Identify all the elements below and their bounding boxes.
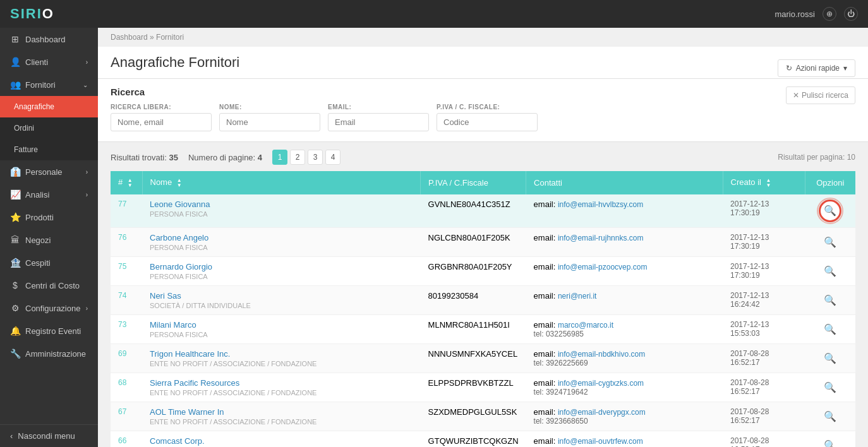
th-contatti[interactable]: Contatti xyxy=(526,171,723,194)
sidebar-item-dashboard[interactable]: ⊞ Dashboard xyxy=(0,28,98,51)
email-link[interactable]: info@email-cygtxzks.com xyxy=(558,379,644,388)
contact-email: email: info@email-ouvtrfew.com xyxy=(534,436,715,446)
search-detail-button[interactable]: 🔍 xyxy=(821,234,839,251)
row-name-link[interactable]: Milani Marco xyxy=(150,320,196,330)
td-opzioni: 🔍 xyxy=(805,314,855,343)
chevron-right-icon: › xyxy=(86,305,88,312)
ricerca-libera-input[interactable] xyxy=(111,113,212,131)
td-opzioni: 🔍 xyxy=(805,402,855,431)
email-link[interactable]: info@email-nbdkhivo.com xyxy=(558,350,645,359)
sidebar-item-cespiti[interactable]: 🏦 Cespiti xyxy=(0,251,98,274)
sidebar-item-clienti[interactable]: 👤 Clienti › xyxy=(0,51,98,73)
row-name-link[interactable]: Comcast Corp. xyxy=(150,436,205,446)
nome-input[interactable] xyxy=(219,113,320,131)
search-detail-button[interactable]: 🔍 xyxy=(821,321,839,338)
row-name-link[interactable]: AOL Time Warner In xyxy=(150,407,224,417)
table-row: 67AOL Time Warner InENTE NO PROFIT / ASS… xyxy=(111,402,855,431)
page-btn-1[interactable]: 1 xyxy=(272,150,287,165)
td-opzioni: 🔍 xyxy=(805,194,855,228)
th-creato[interactable]: Creato il ▲▼ xyxy=(723,171,805,194)
row-name-link[interactable]: Neri Sas xyxy=(150,291,181,301)
search-detail-button[interactable]: 🔍 xyxy=(821,263,839,280)
row-num-link[interactable]: 75 xyxy=(118,262,126,271)
row-num-link[interactable]: 77 xyxy=(118,200,126,208)
td-nome: Comcast Corp.ENTE NO PROFIT / ASSOCIAZIO… xyxy=(142,431,421,447)
row-num-link[interactable]: 67 xyxy=(118,407,126,416)
sidebar-item-analisi[interactable]: 📈 Analisi › xyxy=(0,183,98,206)
search-detail-button[interactable]: 🔍 xyxy=(821,379,839,396)
email-link[interactable]: info@email-dverypgx.com xyxy=(558,408,646,417)
page-btn-3[interactable]: 3 xyxy=(308,150,323,165)
email-link[interactable]: marco@marco.it xyxy=(558,321,613,330)
td-num: 73 xyxy=(111,314,142,343)
clienti-icon: 👤 xyxy=(10,57,20,67)
search-detail-button[interactable]: 🔍 xyxy=(821,350,839,367)
row-num-link[interactable]: 69 xyxy=(118,349,126,358)
contact-email: email: info@email-rujhnnks.com xyxy=(534,233,715,242)
sidebar-item-amministrazione[interactable]: 🔧 Amministrazione xyxy=(0,342,98,365)
search-detail-button[interactable]: 🔍 xyxy=(819,200,841,222)
td-contatti: email: info@email-ouvtrfew.comtel: 39249… xyxy=(526,431,723,447)
sidebar-item-ordini[interactable]: Ordini xyxy=(0,117,98,139)
row-name-link[interactable]: Trigon Healthcare Inc. xyxy=(150,349,230,359)
pulisci-ricerca-button[interactable]: ✕ Pulisci ricerca xyxy=(786,86,855,104)
page-btn-2[interactable]: 2 xyxy=(290,150,305,165)
td-num: 69 xyxy=(111,343,142,372)
sidebar-item-centri-costo[interactable]: $ Centri di Costo xyxy=(0,274,98,297)
td-nome: Carbone AngeloPERSONA FISICA xyxy=(142,227,421,256)
sidebar-item-fornitori[interactable]: 👥 Fornitori ⌄ xyxy=(0,73,98,96)
admin-icon: 🔧 xyxy=(10,349,20,359)
row-num-link[interactable]: 74 xyxy=(118,291,126,300)
topbar-right: mario.rossi ⊕ ⏻ xyxy=(775,7,858,21)
row-num-link[interactable]: 76 xyxy=(118,233,126,242)
email-link[interactable]: neri@neri.it xyxy=(558,292,597,301)
email-link[interactable]: info@email-ouvtrfew.com xyxy=(558,437,643,446)
sidebar-item-personale[interactable]: 👔 Personale › xyxy=(0,160,98,183)
sidebar-item-negozi[interactable]: 🏛 Negozi xyxy=(0,229,98,251)
sidebar-item-label: Analisi xyxy=(25,190,49,200)
power-icon[interactable]: ⏻ xyxy=(844,7,858,21)
th-nome[interactable]: Nome ▲▼ xyxy=(142,171,421,194)
row-num-link[interactable]: 73 xyxy=(118,320,126,329)
fornitori-submenu: Anagrafiche Ordini Fatture xyxy=(0,96,98,160)
td-piva: SZXDMEDPGLGUL5SK xyxy=(421,402,526,431)
page-btn-4[interactable]: 4 xyxy=(325,150,341,165)
td-piva: ELPPSDPRBVKBTZZL xyxy=(421,372,526,402)
sidebar-item-anagrafiche[interactable]: Anagrafiche xyxy=(0,96,98,117)
row-name-link[interactable]: Leone Giovanna xyxy=(150,200,210,209)
sidebar-item-prodotti[interactable]: ⭐ Prodotti xyxy=(0,206,98,229)
globe-icon[interactable]: ⊕ xyxy=(823,7,836,21)
search-detail-button[interactable]: 🔍 xyxy=(821,437,839,447)
sidebar-item-fatture[interactable]: Fatture xyxy=(0,139,98,160)
breadcrumb-dashboard[interactable]: Dashboard xyxy=(111,33,148,42)
row-num-link[interactable]: 68 xyxy=(118,378,126,387)
email-link[interactable]: info@email-rujhnnks.com xyxy=(558,234,644,242)
email-input[interactable] xyxy=(328,113,429,131)
td-piva: GVNLNE80A41C351Z xyxy=(421,194,526,228)
sidebar-item-registro-eventi[interactable]: 🔔 Registro Eventi xyxy=(0,319,98,342)
search-field-ricerca-libera: RICERCA LIBERA: xyxy=(111,104,212,131)
email-link[interactable]: info@email-pzoocvep.com xyxy=(558,263,648,271)
contact-email: email: marco@marco.it xyxy=(534,320,715,330)
td-nome: Neri SasSOCIETÀ / DITTA INDIVIDUALE xyxy=(142,285,421,314)
row-num-link[interactable]: 66 xyxy=(118,436,126,445)
sidebar-item-configurazione[interactable]: ⚙ Configurazione › xyxy=(0,297,98,319)
th-num[interactable]: # ▲▼ xyxy=(111,171,142,194)
fornitori-table: # ▲▼ Nome ▲▼ P.IVA / C.Fiscale Contatti … xyxy=(111,171,855,447)
table-row: 66Comcast Corp.ENTE NO PROFIT / ASSOCIAZ… xyxy=(111,431,855,447)
sidebar-hide-menu[interactable]: ‹ Nascondi menu xyxy=(0,425,98,447)
breadcrumb-separator: » xyxy=(150,33,156,42)
contact-email: email: info@email-pzoocvep.com xyxy=(534,262,715,271)
td-piva: 80199230584 xyxy=(421,285,526,314)
email-link[interactable]: info@email-hvvlbzsy.com xyxy=(558,200,643,209)
row-name-link[interactable]: Sierra Pacific Resources xyxy=(150,378,239,388)
search-detail-button[interactable]: 🔍 xyxy=(821,408,839,425)
row-name-link[interactable]: Carbone Angelo xyxy=(150,233,208,242)
results-info: Risultati trovati: 35 Numero di pagine: … xyxy=(111,150,855,165)
td-nome: AOL Time Warner InENTE NO PROFIT / ASSOC… xyxy=(142,402,421,431)
row-name-link[interactable]: Bernardo Giorgio xyxy=(150,262,212,271)
azioni-rapide-button[interactable]: ↻ Azioni rapide ▾ xyxy=(778,59,855,77)
search-detail-button[interactable]: 🔍 xyxy=(821,292,839,309)
piva-input[interactable] xyxy=(437,113,538,131)
th-piva[interactable]: P.IVA / C.Fiscale xyxy=(421,171,526,194)
